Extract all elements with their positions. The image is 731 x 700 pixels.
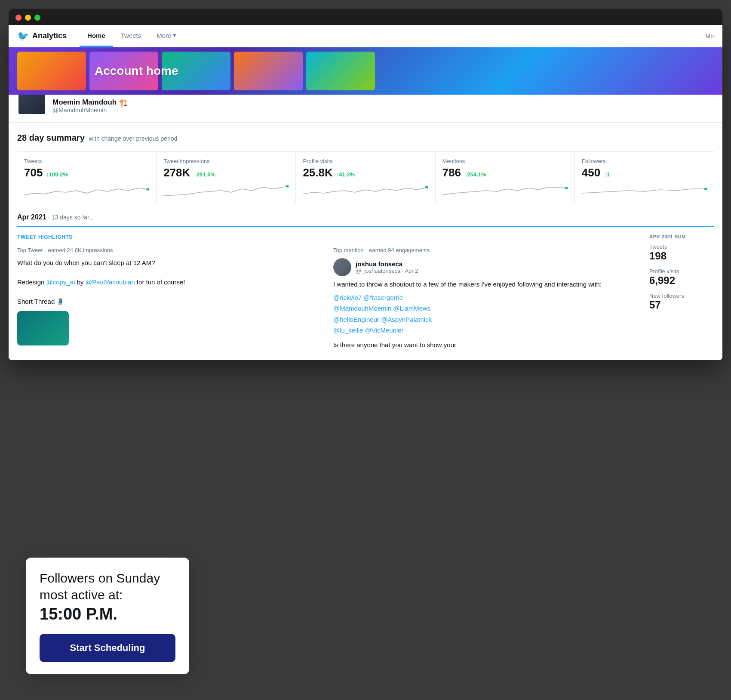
banner-item-1 — [17, 52, 86, 90]
stats-row: Tweets 705 ↑109.2% Tweet impressions 278… — [17, 151, 714, 203]
stat-followers-label: Followers — [582, 158, 707, 164]
stat-profile-visits-value-row: 25.8K ↑41.3% — [303, 166, 428, 179]
apr-stat-new-followers-value: 57 — [649, 299, 714, 311]
stat-tweets: Tweets 705 ↑109.2% — [17, 152, 157, 203]
stat-mentions-chart — [442, 183, 568, 197]
blue-divider — [17, 226, 714, 227]
highlights-grid: Top Tweet earned 24.6K impressions What … — [17, 246, 632, 350]
stat-followers-chart — [582, 183, 707, 197]
mention-paulyacoubian[interactable]: @PaulYacoubian — [86, 278, 135, 286]
summary-title: 28 day summary — [17, 133, 85, 143]
window-chrome — [9, 9, 722, 25]
apr-stat-new-followers: New followers 57 — [649, 293, 714, 311]
top-mention-col: Top mention earned 94 engagements joshua… — [333, 246, 632, 350]
banner-item-5 — [306, 52, 375, 90]
highlights-and-sidebar: TWEET HIGHLIGHTS Top Tweet earned 24.6K … — [17, 234, 714, 350]
account-banner: Account home — [9, 47, 722, 95]
stat-followers: Followers 450 ↑1 — [575, 152, 714, 203]
mention-avatar — [333, 258, 351, 276]
stat-impressions-change: ↑291.0% — [194, 171, 215, 178]
top-tweet-title: Top Tweet earned 24.6K impressions — [17, 246, 316, 254]
start-scheduling-button[interactable]: Start Scheduling — [40, 634, 175, 662]
stat-mentions: Mentions 786 ↑254.1% — [436, 152, 575, 203]
mention-rickyio7[interactable]: @rickyio7 — [333, 294, 362, 301]
profile-handle: @MamdouhMoemin — [52, 107, 128, 114]
apr-stat-profile-visits-label: Profile visits — [649, 268, 714, 274]
nav-item-more[interactable]: More ▾ — [149, 25, 184, 47]
highlights-main: TWEET HIGHLIGHTS Top Tweet earned 24.6K … — [17, 234, 632, 350]
stat-profile-visits-value: 25.8K — [303, 166, 332, 179]
apr-stat-new-followers-label: New followers — [649, 293, 714, 299]
stat-impressions: Tweet impressions 278K ↑291.0% — [157, 152, 296, 203]
mention-liammews[interactable]: @LiamMews — [393, 305, 430, 312]
nav-items: Home Tweets More ▾ — [80, 25, 184, 47]
period-header: Apr 2021 · 13 days so far... — [17, 213, 714, 221]
period-subtitle: · 13 days so far... — [48, 214, 94, 221]
stat-followers-change: ↑1 — [604, 171, 610, 178]
apr-stat-tweets: Tweets 198 — [649, 244, 714, 262]
main-content: 28 day summary with change over previous… — [9, 123, 722, 360]
svg-point-0 — [146, 188, 149, 191]
nav-right-label: Mo — [706, 33, 714, 40]
chevron-down-icon: ▾ — [173, 31, 176, 39]
top-tweet-col: Top Tweet earned 24.6K impressions What … — [17, 246, 316, 350]
stat-impressions-chart — [163, 183, 289, 197]
nav-item-tweets[interactable]: Tweets — [113, 25, 149, 47]
svg-point-3 — [565, 187, 568, 189]
svg-point-4 — [704, 188, 707, 190]
apr-sum-label: APR 2021 SUM — [649, 234, 714, 239]
stat-impressions-label: Tweet impressions — [163, 158, 289, 164]
close-button[interactable] — [15, 15, 22, 21]
apr-stat-profile-visits-value: 6,992 — [649, 274, 714, 287]
mention-handle-date: @_joshuafonseca · Apr 2 — [356, 268, 418, 274]
analytics-logo-label: Analytics — [32, 31, 67, 40]
stat-followers-value-row: 450 ↑1 — [582, 166, 707, 179]
apr-stat-tweets-value: 198 — [649, 250, 714, 262]
top-mention-subtitle: earned 94 engagements — [369, 247, 430, 253]
minimize-button[interactable] — [25, 15, 31, 21]
mention-mamdouhmoemin[interactable]: @MamdouhMoemin — [333, 305, 391, 312]
stat-tweets-change: ↑109.2% — [46, 171, 68, 178]
stat-mentions-value-row: 786 ↑254.1% — [442, 166, 568, 179]
stat-profile-visits: Profile visits 25.8K ↑41.3% — [296, 152, 435, 203]
stat-impressions-value-row: 278K ↑291.0% — [163, 166, 289, 179]
tweet-thumbnail — [17, 311, 69, 345]
top-mention-title: Top mention earned 94 engagements — [333, 246, 632, 254]
apr-stat-profile-visits: Profile visits 6,992 — [649, 268, 714, 287]
mention-author: joshua fonseca @_joshuafonseca · Apr 2 — [333, 258, 632, 276]
top-nav: 🐦 Analytics Home Tweets More ▾ Mo — [9, 25, 722, 47]
nav-item-home[interactable]: Home — [80, 25, 113, 47]
profile-name-area: Moemin Mamdouh 🏗️ @MamdouhMoemin — [52, 98, 128, 115]
stat-profile-visits-label: Profile visits — [303, 158, 428, 164]
stat-tweets-chart — [24, 183, 149, 197]
summary-header: 28 day summary with change over previous… — [17, 133, 714, 143]
mention-helloengineur[interactable]: @helloEngineur — [333, 316, 379, 323]
stat-impressions-value: 278K — [163, 166, 190, 179]
stat-mentions-value: 786 — [442, 166, 461, 179]
twitter-bird-icon: 🐦 — [17, 31, 29, 42]
stat-tweets-value: 705 — [24, 166, 43, 179]
mention-copy-ai[interactable]: @copy_ai — [46, 278, 75, 286]
mention-lu-kellie[interactable]: @lu_kellie — [333, 327, 363, 334]
mention-links: @rickyio7 @frasergorrie @MamdouhMoemin @… — [333, 292, 632, 336]
mention-text: I wanted to throw a shoutout to a few of… — [333, 280, 632, 290]
popup-followers-text: Followers on Sunday most active at: — [40, 570, 175, 603]
mention-aspynpalatnick[interactable]: @AspynPalatnick — [381, 316, 432, 323]
mention-vicmeunier[interactable]: @VicMeunier — [365, 327, 404, 334]
maximize-button[interactable] — [34, 15, 40, 21]
tweet-with-image — [17, 311, 316, 345]
mention-frasergorrie[interactable]: @frasergorrie — [363, 294, 403, 301]
stat-mentions-label: Mentions — [442, 158, 568, 164]
top-tweet-text: What do you do when you can't sleep at 1… — [17, 258, 316, 307]
stat-profile-visits-chart — [303, 183, 428, 197]
stat-mentions-change: ↑254.1% — [464, 171, 486, 178]
tweet-highlights-label: TWEET HIGHLIGHTS — [17, 234, 632, 240]
mention-name: joshua fonseca — [356, 260, 418, 268]
browser-window: 🐦 Analytics Home Tweets More ▾ Mo — [9, 25, 722, 360]
period-title: Apr 2021 — [17, 213, 46, 221]
stat-followers-value: 450 — [582, 166, 600, 179]
stat-profile-visits-change: ↑41.3% — [336, 171, 355, 178]
summary-subtitle: with change over previous period — [89, 135, 177, 142]
stat-tweets-label: Tweets — [24, 158, 149, 164]
mention-continuation: Is there anyone that you want to show yo… — [333, 340, 632, 350]
